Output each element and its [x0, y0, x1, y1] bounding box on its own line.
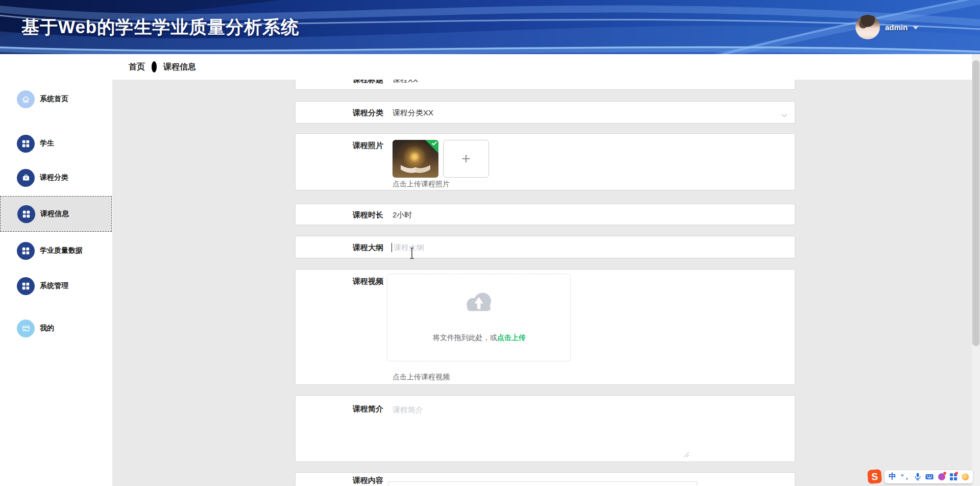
- course-title-row: 课程标题 课程XX: [295, 80, 795, 90]
- sidebar-item-label: 我的: [40, 324, 54, 333]
- click-upload-link[interactable]: 点击上传: [497, 333, 526, 342]
- sidebar-item-label: 系统管理: [40, 281, 68, 290]
- course-duration-label: 课程时长: [296, 204, 383, 226]
- sidebar-item-mine[interactable]: 我的: [0, 310, 112, 346]
- keyboard-icon[interactable]: [925, 474, 934, 480]
- sidebar-item-course-category[interactable]: 课程分类: [0, 160, 112, 196]
- course-photo-row: 课程照片 + 点击上传课程照片: [295, 133, 795, 190]
- course-title-input[interactable]: 课程XX: [393, 80, 418, 90]
- breadcrumb-home-link[interactable]: 首页: [129, 62, 145, 72]
- ibeam-cursor: [409, 247, 415, 262]
- course-outline-label: 课程大纲: [296, 236, 383, 259]
- app-window: 基于Web的学生学业质量分析系统 admin 首页 课程信息 系统首页: [0, 0, 980, 486]
- grid-icon: [17, 205, 35, 223]
- sidebar-item-quality-data[interactable]: 学业质量数据: [0, 233, 112, 269]
- course-content-label: 课程内容: [296, 476, 383, 485]
- course-video-row: 课程视频 将文件拖到此处，或点击上传: [295, 269, 795, 385]
- sidebar-item-label: 课程分类: [40, 173, 68, 182]
- breadcrumb-separator-icon: [152, 61, 157, 72]
- textarea-resize-handle[interactable]: [682, 451, 690, 460]
- course-photo-thumbnail[interactable]: [393, 140, 438, 178]
- grid-icon: [17, 135, 35, 153]
- card-icon: [17, 320, 35, 337]
- course-category-row: 课程分类 课程分类XX: [295, 101, 795, 124]
- course-outline-row: 课程大纲 课程大纲: [295, 236, 795, 258]
- video-upload-hint: 点击上传课程视频: [393, 373, 450, 382]
- course-content-editor[interactable]: [388, 481, 697, 486]
- vertical-scrollbar-thumb[interactable]: [972, 60, 979, 346]
- user-menu[interactable]: admin: [855, 14, 919, 40]
- user-avatar[interactable]: [855, 15, 880, 39]
- sidebar-item-students[interactable]: 学生: [0, 126, 112, 161]
- page-title: 基于Web的学生学业质量分析系统: [21, 0, 299, 54]
- course-intro-row: 课程简介 课程简介: [295, 395, 795, 462]
- sidebar-item-label: 课程信息: [40, 209, 69, 218]
- briefcase-icon: [17, 169, 35, 187]
- breadcrumb: 首页 课程信息: [129, 54, 196, 80]
- open-book-graphic: [400, 162, 431, 174]
- photo-upload-hint: 点击上传课程照片: [393, 180, 450, 189]
- course-intro-label: 课程简介: [296, 404, 383, 414]
- ime-punctuation-toggle[interactable]: °，: [901, 472, 910, 481]
- course-title-label: 课程标题: [296, 80, 383, 90]
- skin-icon[interactable]: [938, 473, 945, 480]
- vertical-scrollbar-track[interactable]: [972, 54, 980, 486]
- dropzone-text: 将文件拖到此处，或点击上传: [387, 333, 571, 343]
- sidebar-item-system-home[interactable]: 系统首页: [0, 81, 112, 117]
- sidebar-item-label: 系统首页: [40, 94, 68, 104]
- home-icon: [17, 90, 35, 108]
- chevron-down-icon: [913, 26, 919, 30]
- sidebar-item-label: 学生: [40, 139, 54, 148]
- course-photo-label: 课程照片: [296, 141, 383, 151]
- sogou-logo[interactable]: S: [867, 469, 882, 484]
- add-photo-button[interactable]: +: [443, 140, 489, 178]
- text-caret: [391, 243, 392, 252]
- breadcrumb-current: 课程信息: [163, 62, 196, 72]
- sidebar-item-course-info[interactable]: 课程信息: [0, 196, 112, 232]
- toolbox-grid-icon[interactable]: [950, 473, 957, 480]
- ime-toolbar: S 中 °，: [868, 470, 973, 483]
- course-category-label: 课程分类: [296, 102, 383, 124]
- emoji-icon[interactable]: [962, 473, 969, 480]
- app-header: 基于Web的学生学业质量分析系统 admin: [0, 0, 980, 54]
- sidebar-item-label: 学业质量数据: [40, 246, 83, 255]
- video-dropzone[interactable]: 将文件拖到此处，或点击上传: [387, 274, 571, 361]
- plus-icon: +: [461, 151, 471, 166]
- sidebar-item-system-manage[interactable]: 系统管理: [0, 268, 112, 304]
- grid-icon: [17, 277, 35, 295]
- course-category-select[interactable]: 课程分类XX: [393, 102, 433, 124]
- chevron-down-icon: [781, 111, 788, 120]
- upload-cloud-icon: [463, 288, 497, 316]
- grid-icon: [17, 242, 35, 260]
- sidebar: 系统首页 学生 课程分类: [0, 80, 112, 486]
- course-duration-input[interactable]: 2小时: [393, 204, 412, 226]
- course-video-label: 课程视频: [296, 277, 383, 286]
- ime-mode-chinese[interactable]: 中: [889, 472, 896, 481]
- course-intro-textarea[interactable]: 课程简介: [393, 405, 423, 415]
- drop-text: 将文件拖到此处，或: [433, 333, 497, 342]
- ime-panel: 中 °，: [885, 470, 973, 483]
- course-content-row: 课程内容: [295, 472, 795, 486]
- microphone-icon[interactable]: [915, 473, 921, 480]
- course-duration-row: 课程时长 2小时: [295, 204, 795, 225]
- course-form: 课程标题 课程XX 课程分类 课程分类XX 课程照片: [112, 80, 972, 486]
- breadcrumb-bar: 首页 课程信息: [0, 54, 972, 80]
- check-icon: [431, 141, 437, 146]
- user-name: admin: [885, 23, 908, 32]
